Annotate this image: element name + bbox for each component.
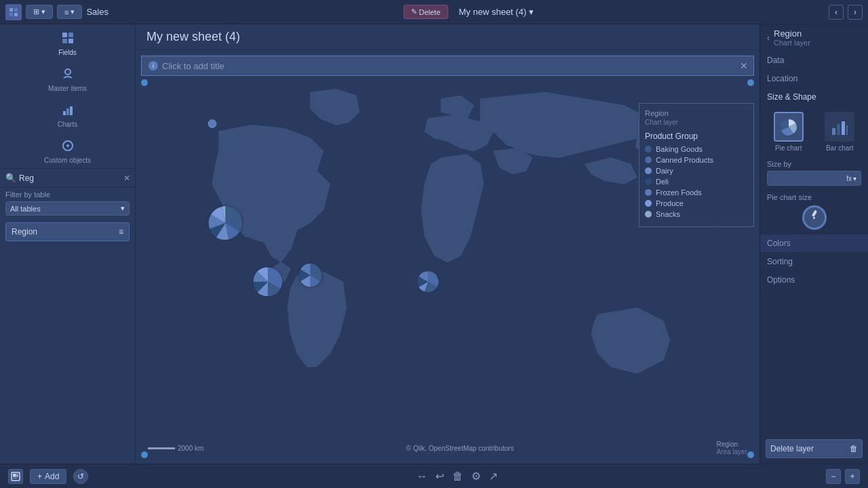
sorting-section[interactable]: Sorting bbox=[760, 253, 868, 271]
right-panel: ‹ Region Chart layer Data Location Size … bbox=[760, 24, 868, 464]
legend-dot bbox=[645, 211, 652, 218]
bottom-bar: + Add ↺ ↔ ↩ 🗑 ⚙ ↗ − + bbox=[0, 464, 868, 488]
svg-rect-4 bbox=[62, 33, 67, 37]
svg-rect-29 bbox=[13, 478, 17, 479]
svg-rect-27 bbox=[16, 474, 18, 476]
bar-chart-box[interactable] bbox=[825, 112, 854, 142]
charts-label: Charts bbox=[58, 121, 77, 128]
resize-handle-bl[interactable] bbox=[141, 451, 148, 458]
add-button[interactable]: + Add bbox=[30, 469, 66, 484]
chart-option-pie[interactable]: Pie chart bbox=[766, 112, 812, 152]
field-item-region[interactable]: Region ≡ bbox=[5, 222, 130, 241]
custom-objects-icon bbox=[58, 136, 77, 155]
resize-handle-tr[interactable] bbox=[747, 79, 754, 86]
info-icon: i bbox=[149, 61, 158, 70]
legend-dot bbox=[645, 157, 652, 163]
refresh-button[interactable]: ↺ bbox=[73, 469, 88, 484]
top-bar-left: ⊞ ▾ ≡ ▾ Sales bbox=[5, 4, 108, 20]
svg-rect-21 bbox=[832, 128, 835, 135]
top-bar-right: ‹ › bbox=[829, 5, 863, 20]
bottom-share-icon[interactable]: ↗ bbox=[489, 470, 498, 483]
add-title-bar[interactable]: i Click to add title ✕ bbox=[141, 56, 754, 76]
svg-rect-2 bbox=[9, 13, 13, 16]
sheet-icon-btn[interactable] bbox=[8, 469, 23, 484]
sidebar-item-master-items[interactable]: Master items bbox=[0, 60, 135, 96]
svg-point-19 bbox=[208, 120, 216, 128]
legend-item: Produce bbox=[645, 199, 748, 207]
main-sheet-title: My new sheet (4) bbox=[146, 30, 240, 44]
right-panel-section-size-shape[interactable]: Size & Shape bbox=[760, 88, 868, 106]
top-bar-center: ✎ Delete My new sheet (4) ▾ bbox=[403, 5, 534, 19]
legend-item: Canned Products bbox=[645, 156, 748, 164]
app-title: Sales bbox=[86, 7, 108, 17]
right-panel-bottom-sections: Colors Sorting Options bbox=[760, 235, 868, 434]
top-bar: ⊞ ▾ ≡ ▾ Sales ✎ Delete My new sheet (4) … bbox=[0, 0, 868, 24]
clear-icon[interactable]: ✕ bbox=[123, 174, 130, 183]
sidebar-item-custom-objects[interactable]: Custom objects bbox=[0, 132, 135, 168]
svg-rect-11 bbox=[70, 106, 73, 115]
filter-select[interactable]: All tables ▾ bbox=[5, 201, 130, 216]
fields-icon bbox=[58, 28, 77, 47]
legend-dot bbox=[645, 178, 652, 185]
center-content: My new sheet (4) i Click to add title ✕ bbox=[136, 24, 760, 464]
delete-button[interactable]: ✎ Delete bbox=[403, 5, 448, 19]
svg-rect-23 bbox=[842, 121, 845, 135]
map-scale: 2000 km bbox=[148, 445, 203, 452]
legend-panel: Region Chart layer Product Group Baking … bbox=[639, 103, 754, 227]
legend-group-title: Product Group bbox=[645, 131, 748, 141]
bottom-undo-icon[interactable]: ↩ bbox=[435, 470, 444, 483]
svg-rect-28 bbox=[13, 476, 18, 477]
grid-toggle-btn[interactable]: ⊞ ▾ bbox=[26, 5, 53, 19]
svg-rect-22 bbox=[837, 124, 840, 135]
size-by-input[interactable]: fx ▾ bbox=[767, 171, 861, 186]
svg-rect-0 bbox=[9, 8, 13, 12]
close-icon[interactable]: ✕ bbox=[740, 60, 748, 71]
bottom-settings-icon[interactable]: ⚙ bbox=[471, 470, 481, 483]
map-area: 2000 km © Qlik. OpenStreetMap contributo… bbox=[141, 79, 754, 458]
pie-size-knob[interactable] bbox=[802, 205, 827, 230]
search-input[interactable] bbox=[19, 174, 121, 183]
pie-size-label: Pie chart size bbox=[767, 193, 861, 201]
bottom-connect-icon[interactable]: ↔ bbox=[416, 470, 427, 483]
list-toggle-btn[interactable]: ≡ ▾ bbox=[57, 5, 82, 19]
search-icon: 🔍 bbox=[5, 173, 16, 183]
nav-right-btn[interactable]: › bbox=[848, 5, 863, 20]
right-panel-header: Region Chart layer bbox=[774, 28, 810, 47]
delete-layer-btn[interactable]: Delete layer 🗑 bbox=[766, 439, 863, 458]
size-by-label: Size by bbox=[767, 160, 861, 168]
zoom-in-btn[interactable]: + bbox=[845, 469, 860, 484]
legend-items: Baking Goods Canned Products Dairy Deli … bbox=[645, 145, 748, 218]
pie-chart-box[interactable] bbox=[774, 112, 804, 142]
svg-point-13 bbox=[66, 144, 69, 147]
resize-handle-br[interactable] bbox=[747, 451, 754, 458]
left-sidebar: Fields Master items bbox=[0, 24, 136, 464]
svg-point-8 bbox=[65, 69, 71, 75]
right-panel-section-data[interactable]: Data bbox=[760, 52, 868, 70]
svg-rect-6 bbox=[62, 39, 67, 43]
dropdown-icon2: ▾ bbox=[71, 7, 75, 16]
delete-icon: ✎ bbox=[411, 7, 417, 16]
chart-options: Pie chart Bar chart bbox=[760, 106, 868, 157]
options-section[interactable]: Options bbox=[760, 271, 868, 289]
resize-handle-tl[interactable] bbox=[141, 79, 148, 86]
region-label-bottom: Region Area layer bbox=[716, 441, 747, 455]
zoom-out-btn[interactable]: − bbox=[826, 469, 841, 484]
sidebar-item-fields[interactable]: Fields bbox=[0, 24, 135, 60]
list-icon: ≡ bbox=[64, 8, 68, 16]
right-panel-back-icon[interactable]: ‹ bbox=[767, 33, 770, 43]
dropdown-chevron: ▾ bbox=[121, 204, 125, 213]
bottom-delete-icon[interactable]: 🗑 bbox=[452, 470, 463, 483]
sheet-title-label: My new sheet (4) ▾ bbox=[459, 7, 534, 17]
svg-rect-1 bbox=[14, 8, 18, 12]
charts-icon bbox=[58, 100, 77, 119]
right-panel-section-location[interactable]: Location bbox=[760, 70, 868, 88]
colors-section[interactable]: Colors bbox=[760, 235, 868, 253]
app-icon[interactable] bbox=[5, 4, 22, 20]
fx-icon[interactable]: fx ▾ bbox=[846, 175, 856, 182]
nav-left-btn[interactable]: ‹ bbox=[829, 5, 844, 20]
search-area: 🔍 ✕ bbox=[0, 169, 135, 188]
chart-option-bar[interactable]: Bar chart bbox=[817, 112, 863, 152]
field-menu-icon: ≡ bbox=[119, 227, 123, 237]
scale-bar bbox=[148, 447, 175, 449]
sidebar-item-charts[interactable]: Charts bbox=[0, 96, 135, 132]
